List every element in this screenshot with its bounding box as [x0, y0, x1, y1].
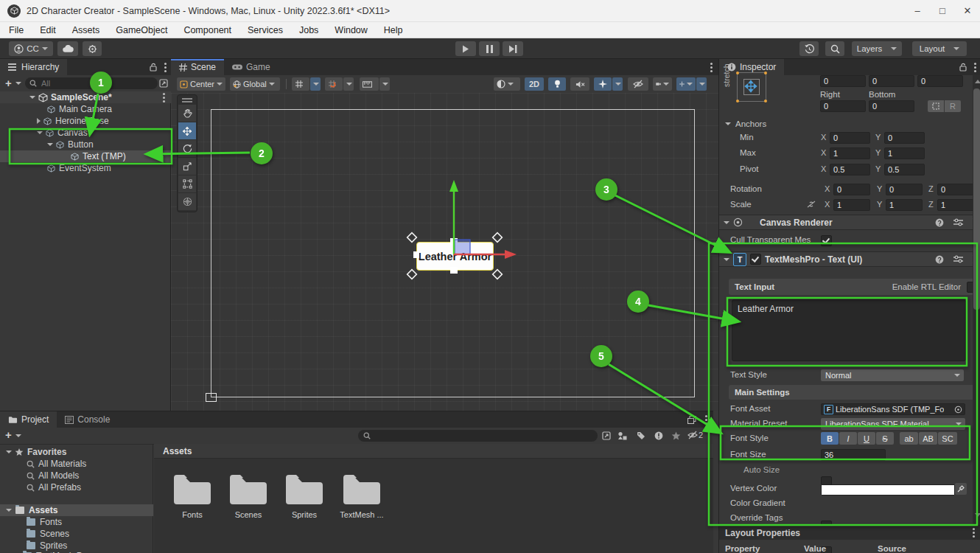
hierarchy-item-canvas[interactable]: Canvas: [0, 127, 171, 139]
presets-icon[interactable]: [953, 255, 963, 263]
underline-toggle[interactable]: U: [858, 432, 875, 445]
foldout-expanded-icon[interactable]: [6, 509, 12, 512]
anchor-max-x-field[interactable]: 1: [830, 147, 870, 159]
step-button[interactable]: [503, 41, 523, 56]
layers-dropdown[interactable]: Layers: [852, 41, 902, 56]
hierarchy-add-button[interactable]: +: [5, 77, 12, 89]
anchor-min-x-field[interactable]: 0: [830, 132, 870, 144]
presets-icon[interactable]: [953, 218, 963, 226]
raw-edit-mode-button[interactable]: R: [945, 100, 961, 112]
foldout-expanded-icon[interactable]: [724, 221, 729, 224]
account-dropdown[interactable]: CC: [9, 41, 53, 56]
hidden-items-indicator[interactable]: 2: [687, 431, 703, 439]
foldout-expanded-icon[interactable]: [6, 451, 12, 453]
scale-z-field[interactable]: 1: [937, 199, 974, 211]
assets-root-item[interactable]: Assets: [0, 504, 153, 516]
menu-edit[interactable]: Edit: [40, 25, 56, 35]
scene-button-object[interactable]: Leather Armor: [416, 242, 494, 271]
tab-hierarchy[interactable]: Hierarchy: [0, 59, 67, 75]
undo-history-button[interactable]: [799, 41, 819, 56]
scale-tool-button[interactable]: [178, 158, 196, 175]
vertex-color-swatch[interactable]: [821, 484, 955, 495]
hierarchy-menu-icon[interactable]: [164, 66, 167, 69]
rotate-tool-button[interactable]: [178, 140, 196, 157]
tab-console[interactable]: Console: [57, 411, 118, 428]
layout-properties-header[interactable]: Layout Properties: [719, 525, 980, 540]
bottom-field[interactable]: 0: [869, 100, 914, 112]
favorites-all-models[interactable]: All Models: [0, 470, 153, 481]
lock-icon[interactable]: [150, 63, 157, 72]
tab-game[interactable]: Game: [224, 59, 279, 75]
menu-help[interactable]: Help: [384, 25, 403, 35]
favorites-star-icon[interactable]: [671, 431, 681, 440]
scene-viewport[interactable]: Leather Armor: [171, 93, 718, 411]
hierarchy-item-text-tmp[interactable]: Text (TMP): [0, 150, 171, 162]
transform-tool-button[interactable]: [178, 193, 196, 210]
assets-breadcrumb[interactable]: Assets: [154, 444, 713, 459]
main-settings-bar[interactable]: Main Settings: [729, 385, 980, 400]
inspector-menu-icon[interactable]: [974, 66, 976, 69]
foldout-collapsed-icon[interactable]: [37, 118, 41, 124]
effects-caret[interactable]: [612, 77, 623, 91]
camera-settings-button[interactable]: [653, 77, 672, 91]
search-by-import-log-icon[interactable]: [654, 431, 663, 440]
favorites-item[interactable]: Favorites: [0, 446, 153, 458]
pivot-x-field[interactable]: 0.5: [830, 164, 870, 175]
lowercase-toggle[interactable]: ab: [900, 432, 918, 445]
eyedropper-button[interactable]: [955, 483, 967, 495]
hierarchy-item-main-camera[interactable]: Main Camera: [0, 103, 171, 115]
menu-services[interactable]: Services: [248, 25, 283, 35]
anchor-min-y-field[interactable]: 0: [884, 132, 925, 144]
menu-window[interactable]: Window: [335, 25, 367, 35]
2d-mode-toggle[interactable]: 2D: [525, 77, 544, 91]
menu-file[interactable]: File: [9, 25, 24, 35]
pos-field-1[interactable]: 0: [820, 75, 866, 87]
close-button[interactable]: ✕: [955, 0, 980, 22]
pause-button[interactable]: [479, 41, 500, 56]
tree-item-fonts[interactable]: Fonts: [0, 516, 153, 528]
effects-toggle[interactable]: [594, 77, 612, 91]
open-search-window-icon[interactable]: [602, 431, 611, 440]
hierarchy-item-heroine-base[interactable]: Heroine Base: [0, 115, 171, 127]
favorites-all-prefabs[interactable]: All Prefabs: [0, 481, 153, 493]
asset-folder-sprites[interactable]: Sprites: [281, 472, 328, 519]
tab-project[interactable]: Project: [0, 411, 57, 428]
material-preset-dropdown[interactable]: LiberationSans SDF Material: [821, 418, 965, 430]
lock-icon[interactable]: [959, 63, 967, 72]
hierarchy-item-eventsystem[interactable]: EventSystem: [0, 162, 171, 174]
lighting-toggle[interactable]: [548, 77, 566, 91]
uppercase-toggle[interactable]: AB: [919, 432, 937, 445]
foldout-expanded-icon[interactable]: [47, 143, 53, 146]
blueprint-mode-button[interactable]: [928, 100, 944, 112]
asset-folder-textmeshpro[interactable]: TextMesh ...: [337, 472, 387, 519]
gizmos-dropdown[interactable]: [676, 77, 696, 91]
snap-increment-button[interactable]: [360, 77, 379, 91]
project-search[interactable]: [358, 430, 598, 442]
visibility-toggle[interactable]: [628, 77, 648, 91]
help-icon[interactable]: [935, 218, 944, 227]
grid-snap-caret[interactable]: [343, 77, 354, 91]
cull-transparent-checkbox[interactable]: [821, 235, 832, 246]
canvas-renderer-header[interactable]: Canvas Renderer: [719, 215, 980, 230]
settings-button[interactable]: [83, 41, 102, 56]
scene-tab-menu-icon[interactable]: [710, 66, 713, 69]
italic-toggle[interactable]: I: [839, 432, 857, 445]
rect-tool-button[interactable]: [178, 175, 196, 192]
cloud-button[interactable]: [57, 41, 78, 56]
foldout-expanded-icon[interactable]: [37, 131, 43, 134]
object-picker-icon[interactable]: [954, 406, 962, 414]
help-icon[interactable]: [935, 255, 944, 264]
tree-item-scenes[interactable]: Scenes: [0, 528, 153, 540]
project-add-button[interactable]: +: [5, 428, 12, 441]
rotation-z-field[interactable]: 0: [937, 184, 974, 195]
pivot-mode-dropdown[interactable]: Center: [177, 77, 225, 91]
view-tool-button[interactable]: [178, 105, 196, 122]
font-asset-field[interactable]: F LiberationSans SDF (TMP_Fo: [821, 403, 965, 415]
font-size-field[interactable]: 36: [821, 449, 886, 461]
search-button[interactable]: [825, 41, 844, 56]
anchor-max-y-field[interactable]: 1: [884, 147, 925, 159]
scrollbar-thumb[interactable]: [973, 88, 980, 310]
anchor-preset-widget[interactable]: [737, 72, 766, 102]
search-by-label-icon[interactable]: [637, 431, 645, 440]
palette-drag-handle[interactable]: [182, 98, 192, 100]
